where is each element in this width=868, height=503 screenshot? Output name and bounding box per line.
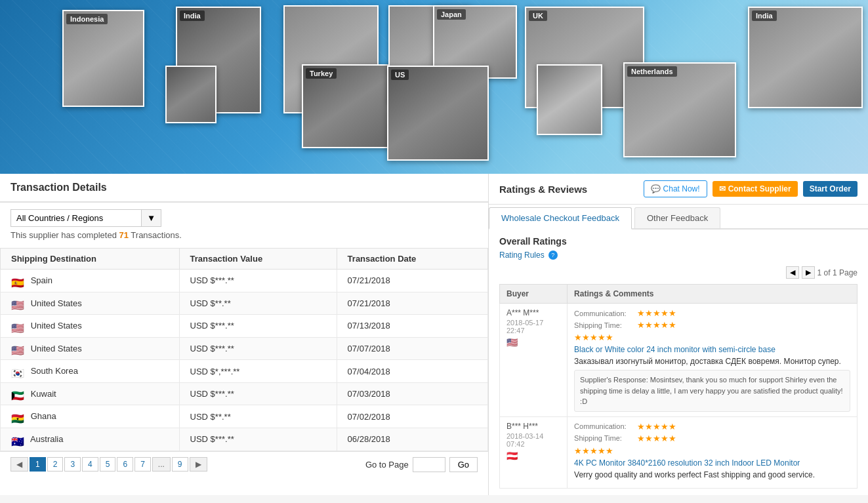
photo-label-indonesia: Indonesia	[66, 14, 108, 24]
goto-button[interactable]: Go	[449, 457, 478, 472]
value-cell: USD $**.**	[179, 292, 337, 315]
reviews-next-btn[interactable]: ▶	[802, 266, 815, 279]
right-panel: Ratings & Reviews 💬 Chat Now! ✉ Contact …	[489, 174, 868, 495]
buyer-flag: 🇦🇹	[506, 451, 560, 461]
product-rating-row: ★★★★★	[574, 332, 850, 342]
product-stars: ★★★★★	[574, 332, 613, 342]
photo-card-us-couple: US	[387, 66, 489, 161]
comments-cell: Communication: ★★★★★ Shipping Time: ★★★★…	[568, 416, 858, 488]
flag-icon: 🇦🇺	[11, 435, 24, 445]
shipping-stars: ★★★★★	[637, 433, 676, 443]
flag-icon: 🇪🇸	[11, 277, 24, 286]
communication-label: Communication:	[574, 422, 633, 430]
date-cell: 07/21/2018	[337, 270, 487, 292]
country-input[interactable]: All Countries / Regions	[10, 209, 142, 227]
destination-cell: 🇦🇺 Australia	[1, 428, 180, 451]
ratings-title: Ratings & Reviews	[499, 184, 587, 195]
destination-cell: 🇰🇼 Kuwait	[1, 382, 180, 405]
overall-ratings-title: Overall Ratings	[499, 236, 858, 247]
photo-card-india-2: India	[748, 7, 863, 108]
filter-bar: All Countries / Regions ▼ This supplier …	[0, 203, 488, 244]
table-row: 🇺🇸 United States USD $***.** 07/07/2018	[1, 337, 488, 360]
left-panel: Transaction Details All Countries / Regi…	[0, 174, 489, 495]
next-page-btn[interactable]: ▶	[190, 457, 207, 472]
buyer-info: B*** H*** 2018-03-14 07:42 🇦🇹	[506, 422, 560, 461]
product-link[interactable]: 4K PC Monitor 3840*2160 resolution 32 in…	[574, 458, 850, 468]
country-dropdown-btn[interactable]: ▼	[142, 209, 161, 227]
table-row: 🇰🇼 Kuwait USD $***.** 07/03/2018	[1, 382, 488, 405]
table-row: 🇪🇸 Spain USD $***.** 07/21/2018	[1, 270, 488, 292]
reviews-prev-btn[interactable]: ◀	[786, 266, 799, 279]
table-row: 🇦🇺 Australia USD $***.** 06/28/2018	[1, 428, 488, 451]
contact-label: Contact Supplier	[728, 184, 791, 193]
value-cell: USD $***.**	[179, 382, 337, 405]
date-cell: 06/28/2018	[337, 428, 487, 451]
table-row: 🇰🇷 South Korea USD $*,***.** 07/04/2018	[1, 360, 488, 383]
date-cell: 07/03/2018	[337, 382, 487, 405]
photo-card-small	[165, 66, 217, 123]
page-btn-4[interactable]: 4	[82, 457, 98, 472]
transactions-number: 71	[119, 230, 128, 240]
flag-icon: 🇰🇷	[11, 367, 24, 376]
communication-stars: ★★★★★	[637, 422, 676, 432]
destination-cell: 🇺🇸 United States	[1, 337, 180, 360]
communication-rating: Communication: ★★★★★	[574, 308, 850, 318]
review-date: 2018-05-17 22:47	[506, 319, 560, 334]
date-cell: 07/04/2018	[337, 360, 487, 383]
table-row: 🇬🇭 Ghana USD $**.** 07/02/2018	[1, 405, 488, 428]
transactions-text: This supplier has completed	[10, 230, 117, 240]
photo-card-machine	[537, 64, 602, 135]
rating-rules: Rating Rules ?	[499, 251, 858, 260]
photo-label-uk: UK	[529, 10, 547, 21]
product-link[interactable]: Black or White color 24 inch monitor wit…	[574, 345, 850, 354]
chat-now-label: Chat Now!	[663, 184, 700, 193]
chat-icon: 💬	[651, 184, 661, 193]
photo-label-turkey: Turkey	[306, 68, 337, 79]
page-btn-1[interactable]: 1	[30, 457, 46, 472]
contact-supplier-button[interactable]: ✉ Contact Supplier	[713, 181, 798, 197]
buyer-cell: B*** H*** 2018-03-14 07:42 🇦🇹	[500, 416, 568, 488]
flag-icon: 🇺🇸	[11, 344, 24, 353]
goto-label: Go to Page	[365, 460, 409, 470]
page-btn-5[interactable]: 5	[100, 457, 116, 472]
rating-rules-link[interactable]: Rating Rules	[499, 251, 545, 260]
destination-cell: 🇺🇸 United States	[1, 292, 180, 315]
help-icon: ?	[548, 251, 558, 260]
comments-cell: Communication: ★★★★★ Shipping Time: ★★★★…	[568, 304, 858, 417]
prev-page-btn[interactable]: ◀	[10, 457, 28, 472]
ratings-header: Ratings & Reviews 💬 Chat Now! ✉ Contact …	[489, 174, 868, 205]
page-btn-6[interactable]: 6	[117, 457, 133, 472]
date-cell: 07/07/2018	[337, 337, 487, 360]
value-cell: USD $***.**	[179, 270, 337, 292]
page-btn-2[interactable]: 2	[47, 457, 64, 472]
photo-label-india-1: India	[180, 10, 205, 21]
table-header-row: Shipping Destination Transaction Value T…	[1, 249, 488, 270]
flag-icon: 🇺🇸	[11, 322, 24, 331]
communication-label: Communication:	[574, 310, 633, 317]
page-buttons: ◀ 1 2 3 4 5 6 7 ... 9 ▶	[10, 457, 207, 472]
page-btn-9[interactable]: 9	[172, 457, 188, 472]
value-cell: USD $***.**	[179, 315, 337, 338]
chat-now-button[interactable]: 💬 Chat Now!	[644, 180, 707, 197]
shipping-label: Shipping Time:	[574, 321, 633, 329]
destination-cell: 🇰🇷 South Korea	[1, 360, 180, 383]
reviews-section: Overall Ratings Rating Rules ? ◀ ▶ 1 of …	[489, 230, 868, 495]
destination-name: Australia	[30, 434, 64, 444]
col-value: Transaction Value	[179, 249, 337, 270]
reviews-header-row: Buyer Ratings & Comments	[500, 285, 858, 304]
tab-other-feedback[interactable]: Other Feedback	[634, 207, 720, 228]
page-btn-3[interactable]: 3	[64, 457, 81, 472]
country-filter: All Countries / Regions ▼	[10, 209, 478, 227]
tab-wholesale-checkout[interactable]: Wholesale Checkout Feedback	[489, 207, 632, 230]
tabs-row: Wholesale Checkout Feedback Other Feedba…	[489, 205, 868, 230]
page-btn-7[interactable]: 7	[134, 457, 151, 472]
reviews-table: Buyer Ratings & Comments A*** M*** 2018-…	[499, 284, 858, 489]
destination-cell: 🇺🇸 United States	[1, 315, 180, 338]
goto-input[interactable]	[413, 457, 445, 472]
start-order-button[interactable]: Start Order	[803, 181, 858, 197]
review-row: A*** M*** 2018-05-17 22:47 🇺🇸 Communicat…	[500, 304, 858, 417]
hero-banner: Indonesia India Turkey Japan US UK Nethe…	[0, 0, 868, 174]
buyer-info: A*** M*** 2018-05-17 22:47 🇺🇸	[506, 308, 560, 348]
destination-name: United States	[31, 321, 82, 331]
table-row: 🇺🇸 United States USD $***.** 07/13/2018	[1, 315, 488, 338]
